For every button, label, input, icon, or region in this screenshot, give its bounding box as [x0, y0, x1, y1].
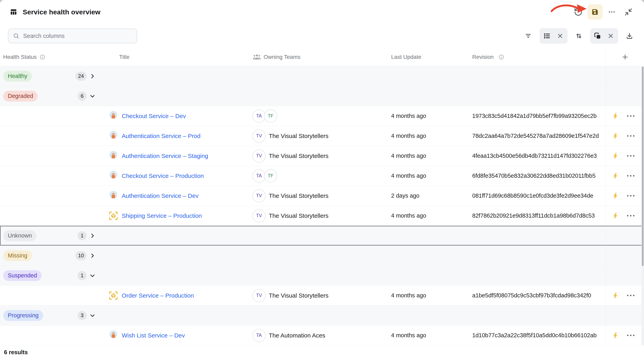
team-avatar[interactable]: TF — [264, 169, 277, 182]
collapse-icon[interactable] — [621, 5, 636, 20]
column-header-last-update[interactable]: Last Update — [391, 54, 421, 60]
chevron-right-icon[interactable] — [90, 73, 96, 79]
group-row[interactable]: Degraded 6 — [0, 86, 644, 106]
service-title-link[interactable]: Wish List Service – Dev — [122, 332, 185, 339]
service-title-link[interactable]: Authentication Service – Dev — [122, 192, 198, 199]
table-row[interactable]: Checkout Service – Production TATF 4 mon… — [0, 166, 644, 186]
team-avatar[interactable]: TA — [252, 169, 266, 182]
group-count-badge: 24 — [75, 72, 87, 81]
chevron-right-icon[interactable] — [90, 233, 96, 239]
column-header-health-status[interactable]: Health Status — [3, 54, 37, 60]
service-title-link[interactable]: Authentication Service – Staging — [122, 153, 208, 159]
table-header-row: Health Status Title Owning Teams Last Up… — [0, 48, 644, 66]
row-menu-button[interactable] — [626, 114, 636, 118]
search-icon — [13, 33, 20, 39]
info-icon[interactable] — [498, 54, 504, 60]
table-row[interactable]: Order Service – Production TV The Visual… — [0, 286, 644, 305]
group-row[interactable]: Healthy 24 — [0, 66, 644, 86]
lightning-icon[interactable] — [612, 132, 619, 140]
filter-icon[interactable] — [522, 29, 535, 43]
table-row[interactable]: Authentication Service – Dev TV The Visu… — [0, 186, 644, 206]
team-avatar[interactable]: TV — [252, 289, 266, 302]
group-by-icon[interactable] — [591, 29, 604, 43]
more-options-button[interactable] — [604, 5, 619, 20]
team-avatars: TV — [252, 289, 266, 302]
add-column-button[interactable] — [619, 51, 631, 63]
info-icon[interactable] — [40, 54, 46, 60]
undo-button[interactable] — [571, 5, 586, 20]
group-row[interactable]: Missing 10 — [0, 246, 644, 266]
lightning-icon[interactable] — [612, 152, 619, 160]
team-avatar[interactable]: TA — [252, 110, 266, 123]
table-row[interactable]: Wish List Service – Dev TA The Automatio… — [0, 325, 644, 345]
group-count-badge: 3 — [78, 311, 87, 320]
team-avatar[interactable]: TV — [252, 189, 266, 202]
scrollbar-thumb[interactable] — [642, 67, 644, 266]
lightning-icon[interactable] — [612, 332, 619, 339]
lightning-icon[interactable] — [612, 172, 619, 180]
revision-hash: 1973c83c5d41842a1d79bb5ef7fb99a93205ec2b — [472, 113, 596, 119]
row-menu-button[interactable] — [626, 154, 636, 158]
service-title-link[interactable]: Shipping Service – Production — [122, 212, 202, 219]
team-avatar[interactable]: TV — [252, 149, 266, 163]
view-mode-pill — [540, 28, 568, 44]
row-menu-button[interactable] — [626, 134, 636, 138]
team-avatar[interactable]: TA — [252, 329, 266, 342]
package-scan-icon — [108, 290, 119, 301]
microservice-octopus-icon — [108, 130, 119, 142]
results-footer: 6 results — [0, 345, 644, 359]
team-avatar[interactable]: TV — [252, 129, 266, 143]
chevron-right-icon[interactable] — [90, 253, 96, 259]
row-menu-button[interactable] — [626, 333, 636, 337]
last-update-value: 4 months ago — [391, 332, 426, 339]
revision-hash: a1be5df5f08075dc9c53cbf97b3fcdad98c342f0 — [472, 292, 591, 299]
vertical-scrollbar[interactable] — [642, 66, 644, 345]
list-view-icon[interactable] — [540, 29, 554, 43]
lightning-icon[interactable] — [612, 113, 619, 120]
clear-view-mode-icon[interactable] — [554, 29, 567, 43]
sort-icon[interactable] — [572, 29, 586, 43]
revision-hash: 4feaa13cb4500e56db4db73211d147fd302276e3 — [472, 153, 597, 159]
column-header-revision[interactable]: Revision — [472, 54, 494, 60]
microservice-octopus-icon — [108, 330, 119, 341]
table-row[interactable]: Shipping Service – Production TV The Vis… — [0, 206, 644, 226]
last-update-value: 4 months ago — [391, 212, 426, 219]
clear-group-by-icon[interactable] — [604, 29, 617, 43]
chevron-down-icon[interactable] — [90, 312, 96, 318]
row-menu-button[interactable] — [626, 294, 636, 297]
table-row[interactable]: Authentication Service – Staging TV The … — [0, 146, 644, 166]
status-badge: Healthy — [3, 71, 32, 82]
revision-hash: 82f7862b20921e9d8313ff11dcb1a98b6d7d8c53 — [472, 212, 595, 219]
lightning-icon[interactable] — [612, 292, 619, 299]
service-title-link[interactable]: Checkout Service – Production — [122, 173, 204, 179]
group-row[interactable]: Suspended 1 — [0, 266, 644, 286]
service-title-link[interactable]: Authentication Service – Prod — [122, 133, 200, 139]
chevron-down-icon[interactable] — [90, 273, 96, 279]
service-title-link[interactable]: Order Service – Production — [122, 292, 194, 299]
service-title-link[interactable]: Checkout Service – Dev — [122, 113, 186, 120]
search-box[interactable] — [8, 29, 137, 43]
row-menu-button[interactable] — [626, 194, 636, 198]
group-row[interactable]: Progressing 3 — [0, 305, 644, 325]
team-avatar[interactable]: TF — [264, 110, 277, 123]
row-menu-button[interactable] — [626, 214, 636, 218]
column-header-owning-teams[interactable]: Owning Teams — [264, 54, 300, 60]
search-input[interactable] — [23, 33, 132, 40]
column-header-title[interactable]: Title — [119, 54, 130, 60]
download-icon[interactable] — [623, 29, 636, 43]
lightning-icon[interactable] — [612, 212, 619, 219]
team-avatar[interactable]: TV — [252, 209, 266, 222]
microservice-octopus-icon — [108, 111, 119, 122]
team-name: The Automation Aces — [269, 332, 326, 339]
table-body: Healthy 24 Degraded 6 — [0, 66, 644, 345]
microservice-octopus-icon — [108, 150, 119, 162]
row-menu-button[interactable] — [626, 174, 636, 178]
last-update-value: 4 months ago — [391, 153, 426, 159]
lightning-icon[interactable] — [612, 192, 619, 199]
table-row[interactable]: Checkout Service – Dev TATF 4 months ago… — [0, 106, 644, 126]
revision-hash: 78dc2aa64a7b72de545278a7ad28609e1f547e2d — [472, 133, 599, 139]
chevron-down-icon[interactable] — [90, 93, 96, 99]
group-row[interactable]: Unknown 1 — [0, 226, 644, 246]
save-button[interactable] — [588, 5, 602, 20]
table-row[interactable]: Authentication Service – Prod TV The Vis… — [0, 126, 644, 146]
